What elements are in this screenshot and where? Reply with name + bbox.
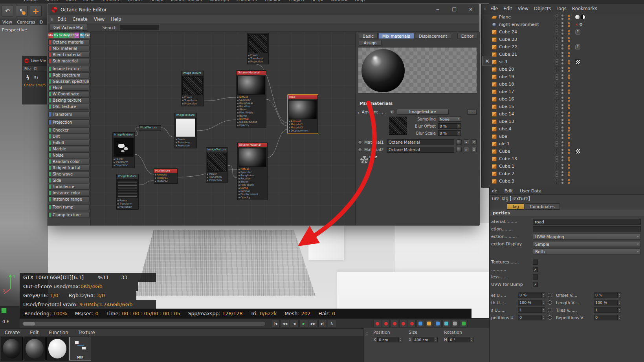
object-visibility-dots[interactable] (561, 164, 563, 169)
input-port[interactable] (239, 175, 240, 176)
material-menu-item[interactable]: Texture (78, 330, 95, 335)
graph-node[interactable]: Octane Material Diffuse Specular Roughne… (237, 143, 268, 200)
playback-button[interactable]: ▶| (318, 320, 327, 327)
node-list-item[interactable]: Transform (48, 112, 90, 117)
graph-node[interactable]: ImageTexture Power Transform Projection (206, 147, 228, 183)
object-enable-toggles[interactable] (556, 37, 558, 42)
live-viewer-menu-item[interactable]: File (24, 66, 31, 71)
object-visibility-dots[interactable] (561, 67, 563, 72)
graph-node-port-row[interactable]: Transform (248, 57, 268, 60)
object-visibility-dots[interactable] (561, 44, 563, 49)
input-port[interactable] (207, 180, 208, 181)
input-port[interactable] (239, 188, 240, 189)
coordinate-input[interactable]: 0 cm (377, 337, 402, 342)
material2-radio[interactable] (358, 148, 362, 152)
undo-icon[interactable] (2, 5, 13, 17)
node-list-item[interactable]: OSL texture (48, 104, 90, 110)
node-list-item[interactable]: Mix material (48, 46, 90, 51)
object-enable-toggles[interactable] (556, 164, 558, 169)
graph-node-port-row[interactable]: Projection (182, 102, 204, 105)
input-port[interactable] (117, 207, 119, 208)
main-menu-item[interactable]: Create (24, 0, 38, 2)
object-state-dots[interactable] (568, 142, 570, 146)
node-list-item[interactable]: Turbulence (48, 184, 90, 190)
material-swatch[interactable] (46, 337, 68, 360)
object-row[interactable]: Cube.13 (482, 155, 644, 163)
stepper-arrows[interactable] (541, 300, 545, 305)
coordinate-input[interactable]: 0 ° (448, 337, 473, 342)
main-menu-item[interactable]: Tools (66, 0, 76, 2)
graph-node-port-row[interactable]: Rotation (238, 177, 267, 180)
playback-button[interactable]: ◀◀ (281, 320, 289, 327)
graph-node-port-row[interactable]: Transform (117, 202, 138, 205)
object-state-dots[interactable] (568, 75, 570, 79)
object-enable-toggles[interactable] (556, 119, 558, 124)
menu-item[interactable]: Help (111, 16, 121, 22)
input-port[interactable] (207, 174, 208, 175)
graph-node-port-row[interactable]: Specular (237, 99, 266, 102)
graph-node-port-row[interactable]: Film Width (237, 111, 266, 114)
stepper-arrows[interactable] (398, 337, 402, 342)
node-list-item[interactable]: Marble (48, 146, 90, 152)
amount-texture-button[interactable]: ImageTexture (397, 109, 449, 115)
object-enable-toggles[interactable] (556, 15, 558, 20)
move-tool-icon[interactable] (30, 5, 42, 17)
layer-color-indicator[interactable] (1, 308, 7, 313)
main-menu-item[interactable]: MoGraph (209, 0, 229, 2)
graph-node-port-row[interactable]: Bump (238, 186, 267, 190)
input-port[interactable] (248, 61, 250, 62)
object-state-dots[interactable] (568, 37, 570, 42)
object-enable-toggles[interactable] (556, 29, 558, 35)
menu-item[interactable]: View (94, 16, 105, 22)
object-row[interactable]: Cube (482, 148, 644, 155)
graph-node[interactable]: MixTexture Amount Texture1 Texture2 (154, 168, 178, 184)
side-dropdown[interactable]: Both (533, 249, 641, 254)
graph-node-port-row[interactable]: Projection (175, 144, 196, 147)
checkbox[interactable] (533, 282, 538, 287)
graph-node-header[interactable]: ImageTexture (206, 148, 228, 152)
node-list-item[interactable]: Falloff (48, 140, 90, 146)
stepper-arrows[interactable] (434, 337, 437, 342)
stepper-arrows[interactable] (457, 124, 461, 128)
object-manager-menu-item[interactable]: File (490, 6, 498, 11)
input-port[interactable] (182, 97, 183, 98)
timeline-handle[interactable] (23, 322, 35, 325)
object-manager-menu-item[interactable]: Tags (556, 6, 566, 11)
checkbox[interactable] (533, 274, 538, 280)
graph-node-header[interactable]: FloatTexture (139, 126, 161, 130)
input-port[interactable] (237, 119, 239, 120)
input-port[interactable] (237, 100, 239, 101)
node-list-item[interactable]: W Coordinate (48, 91, 90, 97)
node-list-item[interactable]: Baking texture (48, 97, 90, 103)
graph-node-header[interactable]: Octane Material (238, 143, 267, 147)
graph-node-header[interactable]: Octane Material (237, 71, 266, 75)
input-port[interactable] (182, 100, 183, 101)
object-row[interactable]: ube.16 (482, 95, 644, 103)
object-enable-toggles[interactable] (556, 149, 558, 154)
material-tab[interactable]: Displacement (415, 33, 451, 39)
object-visibility-dots[interactable] (561, 171, 563, 176)
value-spinner[interactable]: 1 (518, 307, 545, 313)
keyframe-button[interactable] (391, 320, 398, 327)
value-spinner[interactable]: 0 (518, 315, 545, 320)
object-manager-menu-item[interactable]: Bookmarks (572, 6, 597, 11)
object-state-dots[interactable] (568, 67, 570, 72)
value-spinner[interactable]: 0 (594, 315, 621, 320)
material2-arrow-button[interactable] (464, 147, 469, 152)
category-tab[interactable]: C4D (85, 33, 90, 38)
input-port[interactable] (239, 197, 240, 198)
object-tag-icon[interactable] (575, 15, 585, 20)
material-menu-item[interactable]: Edit (30, 330, 39, 335)
minimize-icon[interactable] (429, 4, 446, 15)
object-row[interactable]: ube (482, 133, 644, 140)
material1-radio[interactable] (358, 140, 362, 144)
graph-node-port-row[interactable]: Transform (182, 99, 204, 102)
input-port[interactable] (239, 191, 240, 192)
graph-node-port-row[interactable]: Sheen (238, 180, 267, 183)
node-list-item[interactable]: Noise (48, 152, 90, 158)
graph-node-port-row[interactable]: Sheen (237, 108, 266, 111)
material-field[interactable]: road (533, 219, 641, 225)
category-tab[interactable]: Tex (53, 33, 58, 38)
input-port[interactable] (289, 124, 290, 125)
object-state-dots[interactable] (568, 90, 570, 94)
